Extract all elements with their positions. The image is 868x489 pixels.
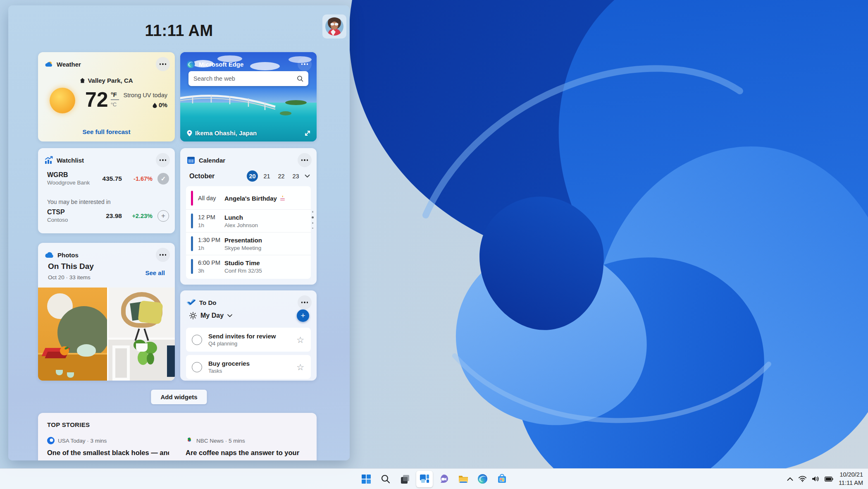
star-icon[interactable]: ☆ xyxy=(296,363,304,372)
wifi-icon[interactable] xyxy=(799,476,806,482)
droplet-icon xyxy=(153,103,157,108)
weather-title: Weather xyxy=(57,61,152,68)
calendar-scroll-indicator[interactable] xyxy=(312,211,314,229)
calendar-event-birthday[interactable]: All day Angela's Birthday xyxy=(186,187,311,209)
task-view-button[interactable] xyxy=(397,471,413,487)
edge-browser-button[interactable] xyxy=(475,471,491,487)
weather-location: Valley Park, CA xyxy=(88,77,133,84)
calendar-event-lunch[interactable]: 12 PM 1h Lunch Alex Johnson xyxy=(186,209,311,232)
weather-more-options-button[interactable] xyxy=(156,57,170,71)
tray-clock[interactable]: 10/20/21 11:11 AM xyxy=(839,471,865,487)
chat-button[interactable] xyxy=(436,471,452,487)
add-task-button[interactable]: + xyxy=(297,309,309,322)
photos-title: Photos xyxy=(57,252,152,259)
photos-widget: Photos On This Day Oct 20 · 33 items See… xyxy=(38,243,175,381)
event-time: 1:30 PM xyxy=(198,237,220,243)
calendar-chevron-down-icon[interactable] xyxy=(305,174,310,178)
search-button[interactable] xyxy=(377,471,394,487)
photos-collage[interactable] xyxy=(38,288,175,381)
stock-change: +2.23% xyxy=(122,213,153,219)
task-checkbox[interactable] xyxy=(192,335,202,345)
watchlist-more-options-button[interactable] xyxy=(156,153,170,167)
photo-chair-scene[interactable] xyxy=(108,288,175,381)
todo-more-options-button[interactable] xyxy=(298,295,312,309)
watchlist-widget: Watchlist WGRB Woodgrove Bank 435.75 -1.… xyxy=(38,148,175,233)
edge-more-options-button[interactable] xyxy=(298,57,312,71)
weather-condition: Strong UV today xyxy=(124,92,167,98)
watchlist-suggestion-label: You may be interested in xyxy=(47,199,111,205)
photos-more-options-button[interactable] xyxy=(156,248,170,262)
stock-add-button[interactable]: + xyxy=(157,210,169,222)
calendar-event-presentation[interactable]: 1:30 PM 1h Presentation Skype Meeting xyxy=(186,232,311,255)
watchlist-chart-icon xyxy=(45,156,53,164)
weather-cloud-icon xyxy=(45,60,53,68)
edge-photo-location: Ikema Ohashi, Japan xyxy=(195,129,257,137)
watchlist-title: Watchlist xyxy=(57,157,152,164)
calendar-date-23[interactable]: 23 xyxy=(290,170,301,182)
see-full-forecast-link[interactable]: See full forecast xyxy=(38,128,175,135)
start-button[interactable] xyxy=(358,471,374,487)
event-duration: 1h xyxy=(198,222,224,228)
event-title: Presentation xyxy=(224,237,262,244)
taskbar-icons xyxy=(358,471,510,487)
unit-fahrenheit[interactable]: °F xyxy=(111,91,117,98)
event-title: Angela's Birthday xyxy=(224,195,277,202)
edge-search-input[interactable] xyxy=(193,75,297,82)
avatar xyxy=(325,17,344,36)
add-widgets-button[interactable]: Add widgets xyxy=(151,390,207,404)
story-item-usatoday[interactable]: USA Today · 3 mins One of the smallest b… xyxy=(47,437,169,457)
calendar-date-20[interactable]: 20 xyxy=(247,170,258,182)
event-color-bar xyxy=(191,191,193,206)
star-icon[interactable]: ☆ xyxy=(296,336,304,344)
calendar-date-22[interactable]: 22 xyxy=(276,170,287,182)
event-duration: 1h xyxy=(198,245,224,251)
stock-row-wgrb[interactable]: WGRB Woodgrove Bank 435.75 -1.67% ✓ xyxy=(47,171,169,186)
location-pin-icon xyxy=(187,130,192,137)
task-checkbox[interactable] xyxy=(192,362,202,372)
nbc-news-logo-icon xyxy=(186,437,193,444)
task-row-buy-groceries[interactable]: Buy groceries Tasks ☆ xyxy=(186,355,311,379)
file-explorer-button[interactable] xyxy=(455,471,472,487)
todo-title: To Do xyxy=(199,299,294,306)
expand-icon[interactable] xyxy=(304,130,311,137)
event-subtitle: Alex Johnson xyxy=(224,222,258,228)
stock-added-check-button[interactable]: ✓ xyxy=(157,173,169,185)
stock-row-ctsp[interactable]: CTSP Contoso 23.98 +2.23% + xyxy=(47,209,169,223)
chevron-down-icon xyxy=(227,314,232,317)
top-stories-heading: TOP STORIES xyxy=(47,421,90,428)
event-title: Lunch xyxy=(224,214,258,221)
search-icon[interactable] xyxy=(297,75,303,82)
panel-clock: 11:11 AM xyxy=(8,22,350,40)
unit-celsius[interactable]: °C xyxy=(111,101,117,108)
story-meta: USA Today · 3 mins xyxy=(58,438,107,444)
calendar-more-options-button[interactable] xyxy=(298,153,312,167)
tray-time: 11:11 AM xyxy=(839,479,863,487)
calendar-date-21[interactable]: 21 xyxy=(261,170,272,182)
widgets-button[interactable] xyxy=(416,471,433,487)
stock-symbol: CTSP xyxy=(47,209,92,216)
search-icon xyxy=(381,474,391,484)
calendar-events-list: All day Angela's Birthday xyxy=(186,186,311,279)
battery-icon[interactable] xyxy=(825,477,833,482)
event-time: All day xyxy=(198,195,216,201)
stock-name: Woodgrove Bank xyxy=(47,180,92,186)
volume-icon[interactable] xyxy=(812,476,819,482)
wallpaper-bloom xyxy=(265,0,868,468)
task-row-send-invites[interactable]: Send invites for review Q4 planning ☆ xyxy=(186,328,311,352)
user-avatar-button[interactable] xyxy=(322,14,346,38)
my-day-dropdown[interactable]: My Day xyxy=(189,312,232,319)
edge-search-box[interactable] xyxy=(188,71,308,86)
photo-teapot-scene[interactable] xyxy=(38,288,107,381)
tray-date: 10/20/21 xyxy=(839,471,863,479)
sun-icon xyxy=(189,312,197,319)
event-color-bar xyxy=(191,213,193,228)
see-all-link[interactable]: See all xyxy=(145,269,165,276)
microsoft-store-button[interactable] xyxy=(494,471,510,487)
check-icon: ✓ xyxy=(161,175,166,182)
calendar-event-studio[interactable]: 6:00 PM 3h Studio Time Conf Rm 32/35 xyxy=(186,255,311,278)
story-item-nbcnews[interactable]: NBC News · 5 mins Are coffee naps the an… xyxy=(186,437,308,457)
hidden-icons-chevron-icon[interactable] xyxy=(787,477,793,481)
todo-logo-icon xyxy=(187,299,196,306)
taskbar: 10/20/21 11:11 AM xyxy=(0,468,868,489)
event-duration: 3h xyxy=(198,268,224,274)
